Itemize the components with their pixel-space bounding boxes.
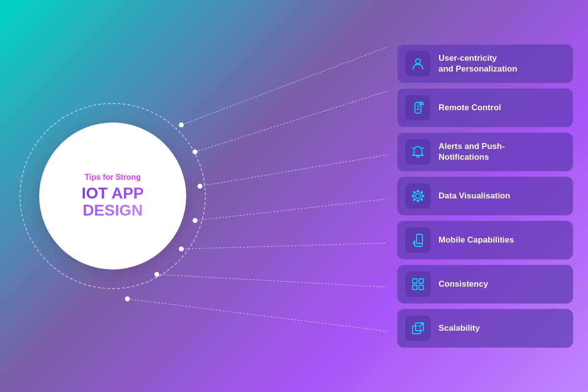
svg-point-26 [421, 199, 423, 201]
card-label-alerts: Alerts and Push-Notifications [439, 141, 505, 163]
svg-point-13 [125, 296, 130, 301]
background: Tips for Strong IOT APP DESIGN User-cent… [0, 0, 588, 392]
svg-point-22 [417, 200, 419, 202]
svg-line-2 [200, 155, 387, 186]
card-remote-control: Remote Control [397, 88, 573, 127]
card-label-scalability: Scalability [439, 323, 480, 334]
remote-icon [411, 100, 425, 115]
remote-control-icon-box [405, 95, 431, 121]
card-label-data-visualisation: Data Visualisation [439, 191, 510, 201]
svg-rect-36 [413, 285, 417, 290]
cards-list: User-centricityand Personalization Remot… [397, 44, 573, 348]
card-alerts: Alerts and Push-Notifications [397, 132, 573, 172]
consistency-icon-box [405, 271, 431, 297]
card-scalability: Scalability [397, 309, 573, 348]
person-icon [411, 56, 425, 71]
grid-icon [411, 277, 425, 292]
svg-rect-35 [419, 279, 423, 283]
card-label-user-centricity: User-centricityand Personalization [439, 53, 517, 74]
mobile-icon [411, 233, 425, 247]
mobile-icon-box [405, 227, 431, 253]
circle-title-line2: DESIGN [83, 202, 143, 219]
card-label-remote-control: Remote Control [439, 102, 501, 113]
svg-point-24 [422, 195, 424, 197]
user-centricity-icon-box [405, 51, 431, 76]
svg-rect-34 [413, 279, 417, 283]
circle-subtitle: Tips for Strong [85, 173, 141, 182]
svg-point-20 [414, 192, 422, 200]
svg-point-14 [416, 59, 420, 64]
svg-line-4 [181, 243, 387, 249]
svg-point-19 [416, 194, 420, 198]
svg-point-27 [413, 199, 415, 201]
svg-rect-37 [419, 285, 423, 290]
white-circle: Tips for Strong IOT APP DESIGN [39, 122, 186, 270]
svg-point-23 [412, 195, 414, 197]
svg-line-1 [195, 91, 387, 152]
svg-point-28 [421, 191, 423, 193]
data-icon [411, 189, 425, 203]
card-data-visualisation: Data Visualisation [397, 176, 573, 216]
card-label-consistency: Consistency [439, 279, 488, 290]
bell-icon [411, 145, 425, 159]
circle-title-line1: IOT APP [82, 185, 144, 202]
scalability-icon-box [405, 316, 431, 341]
svg-line-3 [195, 199, 387, 220]
svg-point-25 [413, 191, 415, 193]
center-circle-container: Tips for Strong IOT APP DESIGN [29, 113, 196, 279]
scale-icon [411, 321, 425, 336]
svg-point-21 [417, 190, 419, 192]
svg-rect-15 [415, 102, 421, 113]
card-label-mobile-capabilities: Mobile Capabilities [439, 235, 514, 245]
card-mobile-capabilities: Mobile Capabilities [397, 220, 573, 260]
svg-line-0 [181, 47, 387, 125]
card-user-centricity: User-centricityand Personalization [397, 44, 573, 83]
data-vis-icon-box [405, 183, 431, 209]
card-consistency: Consistency [397, 265, 573, 304]
alerts-icon-box [405, 139, 431, 165]
svg-line-6 [127, 299, 387, 331]
